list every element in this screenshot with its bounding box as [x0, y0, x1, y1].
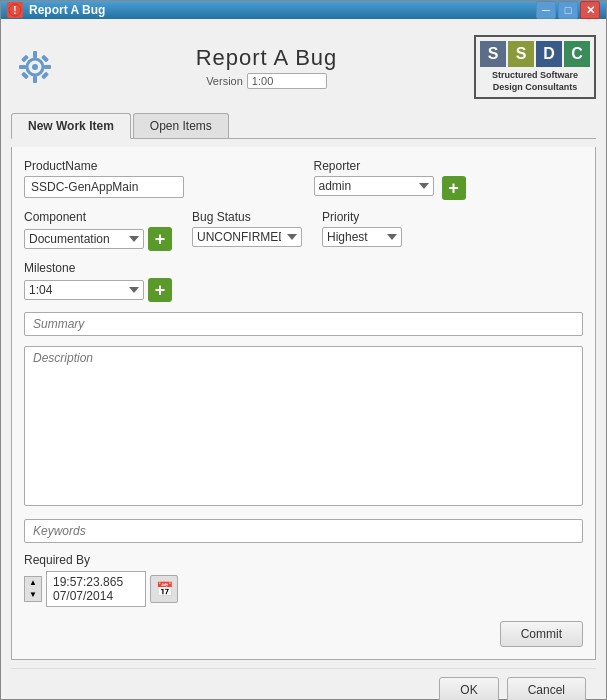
product-name-label: ProductName: [24, 159, 294, 173]
datetime-row: ▲ ▼ 19:57:23.865 07/07/2014 📅: [24, 571, 583, 607]
minimize-button[interactable]: ─: [536, 1, 556, 19]
commit-row: Commit: [24, 621, 583, 647]
main-window: ! Report A Bug ─ □ ✕: [0, 0, 607, 700]
component-group: Component Documentation Backend Frontend…: [24, 210, 172, 251]
cancel-button[interactable]: Cancel: [507, 677, 586, 700]
window-icon: !: [7, 2, 23, 18]
maximize-button[interactable]: □: [558, 1, 578, 19]
summary-input[interactable]: [24, 312, 583, 336]
svg-point-3: [32, 64, 38, 70]
company-name: Structured SoftwareDesign Consultants: [492, 70, 578, 93]
logo-letter-s2: S: [508, 41, 534, 67]
component-select-wrapper: Documentation Backend Frontend +: [24, 227, 172, 251]
description-group: [24, 346, 583, 509]
milestone-select-wrapper: 1:04 1:03 1:02 +: [24, 278, 172, 302]
bottom-buttons: OK Cancel: [11, 668, 596, 700]
logo-letter-d: D: [536, 41, 562, 67]
milestone-group: Milestone 1:04 1:03 1:02 +: [24, 261, 172, 302]
logo-letter-s1: S: [480, 41, 506, 67]
keywords-group: [24, 519, 583, 543]
svg-text:!: !: [13, 5, 16, 16]
commit-button[interactable]: Commit: [500, 621, 583, 647]
window-title: Report A Bug: [29, 3, 536, 17]
content-area: Report A Bug Version S S D C Structured …: [1, 19, 606, 700]
version-label: Version: [206, 75, 243, 87]
svg-rect-7: [44, 65, 51, 69]
priority-select-wrapper: Highest High Medium Low: [322, 227, 402, 247]
milestone-label: Milestone: [24, 261, 172, 275]
tab-new-work-item[interactable]: New Work Item: [11, 113, 131, 139]
header-row: Report A Bug Version S S D C Structured …: [11, 29, 596, 105]
datetime-display[interactable]: 19:57:23.865 07/07/2014: [46, 571, 146, 607]
time-up-button[interactable]: ▲: [25, 577, 41, 589]
milestone-add-button[interactable]: +: [148, 278, 172, 302]
logo-letter-c: C: [564, 41, 590, 67]
close-button[interactable]: ✕: [580, 1, 600, 19]
form-row-3: Milestone 1:04 1:03 1:02 +: [24, 261, 583, 302]
bug-status-select-wrapper: UNCONFIRMED NEW ASSIGNED: [192, 227, 302, 247]
priority-select[interactable]: Highest High Medium Low: [322, 227, 402, 247]
keywords-input[interactable]: [24, 519, 583, 543]
time-down-button[interactable]: ▼: [25, 589, 41, 601]
svg-rect-6: [19, 65, 26, 69]
date-value: 07/07/2014: [53, 589, 139, 603]
title-bar: ! Report A Bug ─ □ ✕: [1, 1, 606, 19]
ssdc-logo: S S D C Structured SoftwareDesign Consul…: [474, 35, 596, 99]
product-name-group: ProductName: [24, 159, 294, 198]
time-spinner: ▲ ▼: [24, 576, 42, 602]
reporter-label: Reporter: [314, 159, 584, 173]
priority-group: Priority Highest High Medium Low: [322, 210, 402, 247]
version-row: Version: [69, 73, 464, 89]
calendar-button[interactable]: 📅: [150, 575, 178, 603]
form-panel: ProductName Reporter admin +: [11, 147, 596, 660]
form-row-2: Component Documentation Backend Frontend…: [24, 210, 583, 251]
window-controls: ─ □ ✕: [536, 1, 600, 19]
tab-open-items[interactable]: Open Items: [133, 113, 229, 138]
bug-status-label: Bug Status: [192, 210, 302, 224]
reporter-row: admin +: [314, 176, 584, 200]
bug-status-select[interactable]: UNCONFIRMED NEW ASSIGNED: [192, 227, 302, 247]
description-textarea[interactable]: [24, 346, 583, 506]
tabs-area: New Work Item Open Items: [11, 113, 596, 139]
component-add-button[interactable]: +: [148, 227, 172, 251]
priority-label: Priority: [322, 210, 402, 224]
svg-rect-4: [33, 51, 37, 58]
ok-button[interactable]: OK: [439, 677, 498, 700]
settings-icon: [11, 43, 59, 91]
form-row-1: ProductName Reporter admin +: [24, 159, 583, 200]
summary-group: [24, 312, 583, 336]
component-select[interactable]: Documentation Backend Frontend: [24, 229, 144, 249]
bug-status-group: Bug Status UNCONFIRMED NEW ASSIGNED: [192, 210, 302, 247]
milestone-select[interactable]: 1:04 1:03 1:02: [24, 280, 144, 300]
required-by-section: Required By ▲ ▼ 19:57:23.865 07/07/2014 …: [24, 553, 583, 607]
time-value: 19:57:23.865: [53, 575, 139, 589]
reporter-select-wrapper: admin: [314, 176, 434, 196]
header-title-area: Report A Bug Version: [69, 45, 464, 89]
required-by-label: Required By: [24, 553, 583, 567]
reporter-select[interactable]: admin: [314, 176, 434, 196]
reporter-group: Reporter admin +: [314, 159, 584, 200]
product-name-input[interactable]: [24, 176, 184, 198]
svg-rect-5: [33, 76, 37, 83]
component-label: Component: [24, 210, 172, 224]
version-input[interactable]: [247, 73, 327, 89]
app-title: Report A Bug: [69, 45, 464, 71]
ssdc-letters: S S D C: [480, 41, 590, 67]
reporter-add-button[interactable]: +: [442, 176, 466, 200]
